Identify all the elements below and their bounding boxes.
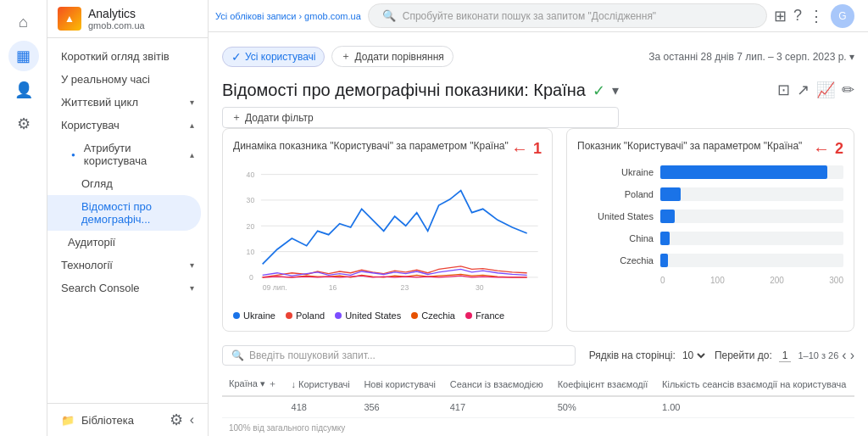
left-nav-icons: ⌂ ▦ 👤 ⚙ bbox=[0, 0, 47, 436]
svg-text:23: 23 bbox=[401, 283, 409, 292]
table-search[interactable]: 🔍 Введіть пошуковий запит... bbox=[222, 345, 576, 366]
legend-label-czechia: Czechia bbox=[421, 310, 455, 321]
collapse-icon[interactable]: ‹ bbox=[190, 412, 194, 428]
footer-subtext: 100% від загального підсумку bbox=[222, 418, 854, 437]
help-icon[interactable]: ? bbox=[793, 7, 802, 25]
sidebar-item-user[interactable]: Користувач ▴ bbox=[47, 114, 208, 137]
chart-right-title: Показник "Користувачі" за параметром "Кр… bbox=[577, 140, 802, 152]
chip-check: ✓ bbox=[231, 50, 242, 64]
sidebar-item-tech[interactable]: Технології ▾ bbox=[47, 254, 208, 277]
add-comparison-label: Додати порівняння bbox=[354, 51, 443, 63]
sidebar-item-searchconsole[interactable]: Search Console ▾ bbox=[47, 277, 208, 299]
svg-text:30: 30 bbox=[476, 283, 484, 292]
bar-track-ukraine bbox=[660, 165, 843, 179]
edit-box-icon[interactable]: ⊡ bbox=[777, 81, 790, 99]
sidebar-item-realtime[interactable]: У реальному часі bbox=[47, 68, 201, 91]
bar-chart: Ukraine Poland United States bbox=[577, 165, 843, 267]
tech-label: Технології bbox=[61, 259, 113, 271]
sidebar-item-audiences[interactable]: Аудиторії bbox=[47, 231, 201, 254]
bar-track-czechia bbox=[660, 254, 843, 267]
library-label: Бібліотека bbox=[81, 414, 134, 427]
prev-page-button[interactable]: ‹ bbox=[842, 348, 846, 363]
user-attributes-label: Атрибути користувача bbox=[84, 142, 181, 167]
col-new-users[interactable]: Нові користувачі bbox=[357, 372, 442, 396]
col-sessions[interactable]: Сеанси із взаємодією bbox=[443, 372, 551, 396]
sidebar-bottom: 📁 Бібліотека ⚙ ‹ bbox=[47, 403, 208, 436]
top-icons: ⊞ ? ⋮ G bbox=[774, 4, 854, 28]
left-arrow: ← bbox=[511, 139, 528, 159]
axis-300: 300 bbox=[829, 276, 843, 285]
sidebar-item-reports[interactable]: Короткий огляд звітів bbox=[47, 45, 201, 68]
sidebar-nav: Короткий огляд звітів У реальному часі Ж… bbox=[47, 38, 208, 403]
pencil-icon[interactable]: ✏ bbox=[842, 81, 854, 99]
header-right: ⊡ ↗ 📈 ✏ bbox=[777, 81, 854, 99]
bar-label-poland: Poland bbox=[577, 189, 654, 199]
sidebar-library[interactable]: 📁 Бібліотека bbox=[61, 414, 134, 427]
sidebar: ▲ Analytics gmob.com.ua Короткий огляд з… bbox=[47, 0, 209, 436]
searchconsole-chevron: ▾ bbox=[190, 283, 194, 293]
filter-bar: ✓ Усі користувачі ＋ Додати порівняння За… bbox=[222, 46, 854, 67]
rows-select-input[interactable]: 10 25 50 bbox=[679, 349, 708, 362]
bar-fill-china bbox=[660, 232, 670, 245]
footer-total bbox=[222, 396, 285, 418]
col-engagement-rate[interactable]: Коефіцієнт взаємодії bbox=[551, 372, 655, 396]
col-sessions-per-user[interactable]: Кількість сеансів взаємодії на користува… bbox=[655, 372, 854, 396]
legend-dot-us bbox=[335, 312, 342, 319]
page-title-dropdown[interactable]: ▾ bbox=[612, 82, 619, 98]
settings-icon[interactable]: ⚙ bbox=[170, 411, 183, 429]
sidebar-item-overview[interactable]: Огляд bbox=[47, 172, 201, 195]
sidebar-item-user-attributes[interactable]: ● Атрибути користувача ▴ bbox=[47, 137, 208, 172]
bar-track-poland bbox=[660, 187, 843, 201]
rows-label: Рядків на сторінці: bbox=[589, 349, 676, 361]
bar-fill-ukraine bbox=[660, 165, 827, 179]
add-comparison-chip[interactable]: ＋ Додати порівняння bbox=[331, 46, 453, 67]
header-left: Відомості про демографічні показники: Кр… bbox=[222, 74, 619, 128]
grid-icon[interactable]: ⊞ bbox=[774, 7, 787, 25]
more-icon[interactable]: ⋮ bbox=[809, 7, 824, 25]
search-bar[interactable]: 🔍 Спробуйте виконати пошук за запитом "Д… bbox=[368, 3, 767, 28]
bar-label-czechia: Czechia bbox=[577, 255, 654, 266]
table-subtext-row: 100% від загального підсумку bbox=[222, 418, 854, 437]
configure-icon[interactable]: ⚙ bbox=[8, 109, 39, 139]
goto-input[interactable]: 1 bbox=[779, 349, 792, 362]
demographics-label: Відомості про демографіч... bbox=[81, 200, 187, 226]
page-title: Відомості про демографічні показники: Кр… bbox=[222, 81, 619, 100]
col-users[interactable]: ↓ Користувачі bbox=[285, 372, 358, 396]
right-arrow: ← bbox=[813, 139, 830, 159]
search-table-placeholder: Введіть пошуковий запит... bbox=[249, 349, 376, 361]
legend-label-poland: Poland bbox=[296, 310, 325, 321]
next-page-button[interactable]: › bbox=[850, 348, 854, 363]
user-attributes-bullet: ● bbox=[71, 151, 75, 159]
legend-label-ukraine: Ukraine bbox=[243, 310, 275, 321]
chart-left-title: Динаміка показника "Користувачі" за пара… bbox=[233, 140, 509, 152]
user-attributes-chevron: ▴ bbox=[190, 150, 194, 159]
legend-czechia: Czechia bbox=[411, 310, 455, 321]
bar-label-ukraine: Ukraine bbox=[577, 167, 654, 177]
legend-dot-ukraine bbox=[233, 312, 240, 319]
legend-dot-france bbox=[465, 312, 472, 319]
col-country[interactable]: Країна ▾ ＋ bbox=[222, 372, 285, 396]
add-filter-button[interactable]: ＋ Додати фільтр bbox=[222, 107, 619, 128]
avatar[interactable]: G bbox=[831, 4, 854, 28]
annotation-2: 2 bbox=[835, 140, 843, 158]
chip-label: Усі користувачі bbox=[245, 51, 315, 63]
app-domain: gmob.com.ua bbox=[88, 20, 145, 31]
all-users-chip[interactable]: ✓ Усі користувачі bbox=[222, 47, 325, 67]
top-nav: Усі облікові записи › gmob.com.ua 🔍 Спро… bbox=[209, 0, 868, 32]
page-title-text: Відомості про демографічні показники: Кр… bbox=[222, 81, 586, 100]
sidebar-item-demographics[interactable]: Відомості про демографіч... bbox=[47, 195, 201, 231]
share-icon[interactable]: ↗ bbox=[797, 81, 810, 99]
content-body: ✓ Усі користувачі ＋ Додати порівняння За… bbox=[209, 32, 868, 436]
sidebar-item-lifecycle[interactable]: Життєвий цикл ▾ bbox=[47, 91, 208, 114]
add-filter-icon: ＋ bbox=[231, 110, 242, 125]
svg-text:30: 30 bbox=[247, 196, 255, 204]
main: Усі облікові записи › gmob.com.ua 🔍 Спро… bbox=[209, 0, 868, 436]
trend-icon[interactable]: 📈 bbox=[816, 81, 835, 99]
date-range[interactable]: За останні 28 днів 7 лип. – 3 серп. 2023… bbox=[648, 51, 854, 63]
analytics-icon[interactable]: ▦ bbox=[8, 41, 39, 71]
legend-ukraine: Ukraine bbox=[233, 310, 275, 321]
breadcrumb[interactable]: Усі облікові записи › gmob.com.ua bbox=[215, 11, 361, 21]
home-icon[interactable]: ⌂ bbox=[8, 7, 39, 37]
audiences-label: Аудиторії bbox=[68, 236, 115, 249]
audience-icon[interactable]: 👤 bbox=[8, 75, 39, 105]
